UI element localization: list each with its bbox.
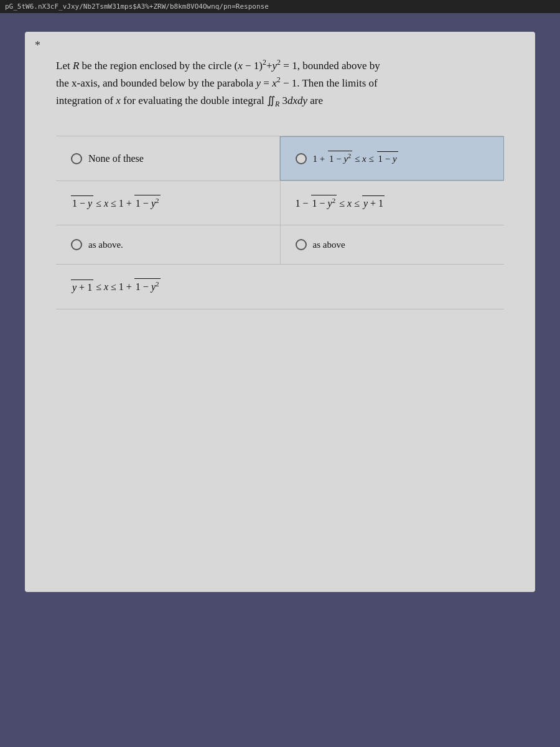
option-mid-left-formula: 1 − y ≤ x ≤ 1 + 1 − y2 <box>71 195 161 211</box>
option-top-right[interactable]: 1 + 1 − y2 ≤ x ≤ 1 − y <box>280 136 505 181</box>
option-as-above-left[interactable]: as above. <box>56 225 281 264</box>
options-row-2: 1 − y ≤ x ≤ 1 + 1 − y2 1 − 1 − y2 ≤ x ≤ … <box>56 181 504 225</box>
option-as-above-right[interactable]: as above <box>281 225 505 264</box>
asterisk-marker: * <box>35 39 40 52</box>
option-as-above-right-label: as above <box>313 240 345 250</box>
options-row-3: as above. as above <box>56 225 504 264</box>
radio-as-above-right[interactable] <box>296 239 307 250</box>
question-line3: integration of x for evaluating the doub… <box>56 95 323 106</box>
browser-bar: pG_5tW6.nX3cF_vJxy/Nb2TsmW31mps$A3%+ZRW/… <box>0 0 560 13</box>
radio-as-above-left[interactable] <box>71 239 82 250</box>
option-mid-right[interactable]: 1 − 1 − y2 ≤ x ≤ y + 1 <box>281 181 505 225</box>
options-container: None of these 1 + 1 − y2 ≤ x ≤ 1 − y 1 −… <box>56 136 504 309</box>
option-bottom-formula: y + 1 ≤ x ≤ 1 + 1 − y2 <box>71 278 161 294</box>
option-none-of-these-label: None of these <box>88 151 144 166</box>
option-mid-right-formula: 1 − 1 − y2 ≤ x ≤ y + 1 <box>296 195 385 211</box>
question-line2: the x-axis, and bounded below by the par… <box>56 77 378 89</box>
radio-top-right[interactable] <box>296 153 307 164</box>
question-line1: Let R be the region enclosed by the circ… <box>56 60 380 72</box>
main-card: * Let R be the region enclosed by the ci… <box>25 32 535 592</box>
option-none-of-these[interactable]: None of these <box>56 136 280 181</box>
radio-none-of-these[interactable] <box>71 153 82 164</box>
options-row-4: y + 1 ≤ x ≤ 1 + 1 − y2 <box>56 264 504 309</box>
option-top-right-formula: 1 + 1 − y2 ≤ x ≤ 1 − y <box>313 151 398 166</box>
option-as-above-left-label: as above. <box>88 240 123 250</box>
options-row-1: None of these 1 + 1 − y2 ≤ x ≤ 1 − y <box>56 136 504 181</box>
option-mid-left[interactable]: 1 − y ≤ x ≤ 1 + 1 − y2 <box>56 181 281 225</box>
option-bottom[interactable]: y + 1 ≤ x ≤ 1 + 1 − y2 <box>56 265 504 308</box>
question-text: Let R be the region enclosed by the circ… <box>56 57 504 111</box>
